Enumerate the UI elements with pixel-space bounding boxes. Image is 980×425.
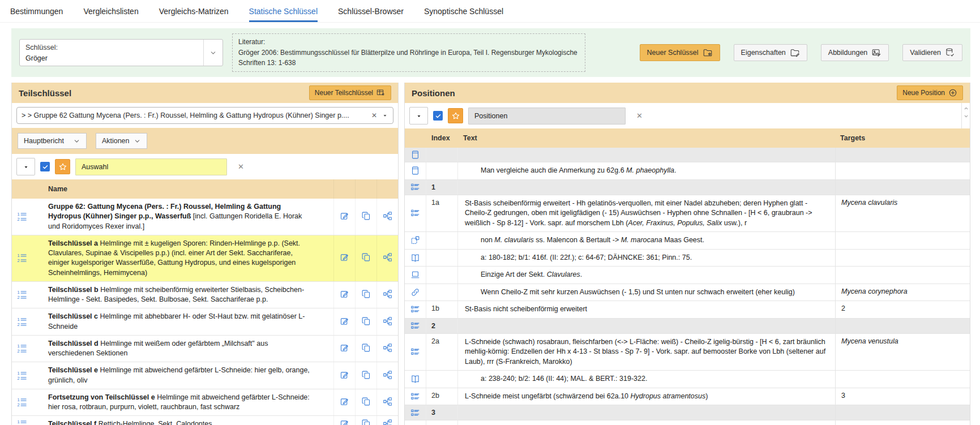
validate-button[interactable]: Validieren bbox=[902, 44, 962, 61]
hierarchy-button[interactable] bbox=[382, 251, 393, 265]
teilschluessel-combobox[interactable]: > > Gruppe 62 Gattung Mycena (Pers. : Fr… bbox=[16, 107, 393, 124]
position-row[interactable]: non M. clavularis ss. Malencon & Bertaul… bbox=[405, 232, 970, 250]
teilschluessel-row[interactable]: 12Teilschlüssel a Helmlinge mit ± kugeli… bbox=[12, 235, 398, 282]
position-row[interactable]: Man vergleiche auch die Anmerkung zu 62g… bbox=[405, 162, 970, 180]
edit-button[interactable] bbox=[339, 369, 350, 383]
edit-icon bbox=[340, 289, 349, 300]
clear-filter-icon[interactable]: ✕ bbox=[636, 111, 643, 120]
scrollbar[interactable] bbox=[961, 103, 970, 128]
position-text bbox=[458, 180, 835, 195]
filter-dropdown-button[interactable] bbox=[409, 107, 428, 125]
teilschluessel-row[interactable]: 12Fortsetzung von Teilschlüssel e Helmli… bbox=[12, 389, 398, 417]
positionen-filter-input[interactable] bbox=[468, 108, 626, 125]
teilschluessel-row[interactable]: 12Teilschlüssel d Helmlinge mit weißem o… bbox=[12, 336, 398, 363]
clear-filter-icon[interactable]: ✕ bbox=[238, 162, 244, 171]
new-teilschluessel-button[interactable]: Neuer Teilschlüssel bbox=[309, 85, 391, 100]
copy-button[interactable] bbox=[360, 369, 372, 383]
favorite-filter-button[interactable] bbox=[448, 108, 463, 123]
nav-tab[interactable]: Synoptische Schlüssel bbox=[424, 0, 503, 22]
edit-button[interactable] bbox=[339, 396, 350, 409]
hierarchy-button[interactable] bbox=[382, 315, 393, 329]
new-position-label: Neue Position bbox=[902, 89, 945, 97]
key-select[interactable]: Schlüssel: Gröger bbox=[19, 39, 223, 66]
hierarchy-button[interactable] bbox=[382, 210, 393, 224]
hierarchy-button[interactable] bbox=[382, 288, 393, 302]
edit-button[interactable] bbox=[339, 288, 350, 302]
new-position-button[interactable]: Neue Position bbox=[897, 85, 963, 100]
edit-button[interactable] bbox=[339, 418, 350, 425]
position-row[interactable]: 1 bbox=[405, 180, 970, 195]
position-row[interactable] bbox=[405, 148, 970, 162]
favorite-filter-button[interactable] bbox=[55, 159, 70, 174]
filter-checkbox[interactable] bbox=[433, 111, 443, 121]
position-row[interactable]: 2 bbox=[405, 319, 970, 334]
position-row[interactable]: 3 bbox=[405, 405, 970, 420]
teilschluessel-row[interactable]: 12Teilschlüssel e Helmlinge mit abweiche… bbox=[12, 362, 398, 389]
position-index bbox=[426, 162, 458, 179]
position-row[interactable]: Wenn Cheilo-Z mit sehr kurzen Auswüchsen… bbox=[405, 284, 970, 302]
copy-button[interactable] bbox=[360, 251, 372, 265]
teilschluessel-row[interactable]: 12Teilschlüssel c Helmlinge mit abhebbar… bbox=[12, 308, 398, 336]
nav-tab[interactable]: Bestimmungen bbox=[10, 0, 63, 22]
positionen-title: Positionen bbox=[412, 88, 455, 98]
teilschluessel-row[interactable]: 12Teilschlüssel b Helmlinge mit scheiben… bbox=[12, 282, 398, 309]
position-index: 1b bbox=[426, 301, 458, 318]
edit-button[interactable] bbox=[339, 315, 350, 329]
copy-button[interactable] bbox=[360, 418, 372, 425]
breadcrumb-row: > > Gruppe 62 Gattung Mycena (Pers. : Fr… bbox=[12, 103, 398, 128]
key-select-text: Schlüssel: Gröger bbox=[20, 40, 203, 66]
tasklist-icon bbox=[405, 180, 426, 195]
book-icon bbox=[405, 371, 426, 388]
copy-button[interactable] bbox=[360, 396, 372, 409]
position-row[interactable]: 2bL-Schneide meist ungefärbt (schwärzend… bbox=[405, 388, 970, 406]
hierarchy-button[interactable] bbox=[382, 418, 393, 425]
teilschluessel-row[interactable]: 12Gruppe 62: Gattung Mycena (Pers. : Fr.… bbox=[12, 199, 398, 235]
hierarchy-button[interactable] bbox=[382, 396, 393, 409]
laptop-icon bbox=[405, 267, 426, 284]
position-row[interactable]: 2aL-Schneide (schwach) rosabraun, fleisc… bbox=[405, 334, 970, 371]
clear-selection-icon[interactable]: ✕ bbox=[371, 111, 377, 119]
edit-button[interactable] bbox=[339, 251, 350, 265]
copy-button[interactable] bbox=[360, 210, 372, 224]
report-actions-band: Hauptbericht Aktionen bbox=[12, 128, 398, 154]
scroll-up-icon[interactable] bbox=[962, 104, 970, 112]
position-row[interactable]: 1bSt-Basis nicht scheibenförmig erweiter… bbox=[405, 301, 970, 319]
nav-tab[interactable]: Schlüssel-Browser bbox=[338, 0, 404, 22]
new-key-button[interactable]: Neuer Schlüssel bbox=[640, 44, 720, 61]
hauptbericht-select[interactable]: Hauptbericht bbox=[18, 133, 87, 149]
position-row[interactable]: Einzige Art der Sekt. Clavulares. bbox=[405, 267, 970, 284]
edit-icon bbox=[340, 252, 349, 264]
position-row[interactable]: 1aSt-Basis scheibenförmig erweitert - Hh… bbox=[405, 195, 970, 233]
position-row[interactable]: a: 238-240; b/2: 146 (II: 44); MAL. & BE… bbox=[405, 371, 970, 388]
position-row[interactable]: 3aCheilo-Z mit kleinen, igeligen oder ko… bbox=[405, 420, 970, 425]
position-index bbox=[426, 267, 458, 284]
position-target bbox=[835, 405, 970, 420]
position-index: 3 bbox=[426, 405, 458, 420]
teilschluessel-text: Teilschlüssel e Helmlinge mit abweichend… bbox=[32, 362, 333, 389]
scroll-down-icon[interactable] bbox=[962, 112, 970, 120]
filter-checkbox[interactable] bbox=[40, 162, 50, 171]
caret-down-icon[interactable] bbox=[382, 112, 388, 119]
nav-tab[interactable]: Vergleichs-Matrizen bbox=[159, 0, 229, 22]
edit-button[interactable] bbox=[339, 210, 350, 224]
edit-icon bbox=[340, 419, 349, 425]
main-panels: Teilschlüssel Neuer Teilschlüssel > > Gr… bbox=[11, 83, 970, 425]
properties-button[interactable]: Eigenschaften bbox=[734, 44, 807, 61]
aktionen-button[interactable]: Aktionen bbox=[96, 133, 147, 149]
nav-tab[interactable]: Statische Schlüssel bbox=[249, 0, 318, 22]
copy-button[interactable] bbox=[360, 342, 372, 355]
copy-button[interactable] bbox=[360, 288, 372, 302]
copy-button[interactable] bbox=[360, 315, 372, 329]
hierarchy-button[interactable] bbox=[382, 342, 393, 355]
hierarchy-button[interactable] bbox=[382, 369, 393, 383]
auswahl-input[interactable] bbox=[75, 158, 227, 175]
edit-button[interactable] bbox=[339, 342, 350, 355]
nav-tab[interactable]: Vergleichslisten bbox=[83, 0, 138, 22]
position-target: Mycena clavularis bbox=[835, 195, 970, 232]
teilschluessel-row[interactable]: 12Teilschlüssel f Rettich-Helmlinge, Sek… bbox=[12, 416, 398, 425]
images-button[interactable]: Abbildungen bbox=[821, 44, 889, 61]
filter-dropdown-button[interactable] bbox=[16, 158, 35, 175]
position-row[interactable]: a: 180-182; b/1: 416f. (II: 22f.); c: 64… bbox=[405, 250, 970, 267]
hierarchy-icon bbox=[383, 419, 392, 425]
teilschluessel-header: Teilschlüssel Neuer Teilschlüssel bbox=[12, 83, 398, 103]
